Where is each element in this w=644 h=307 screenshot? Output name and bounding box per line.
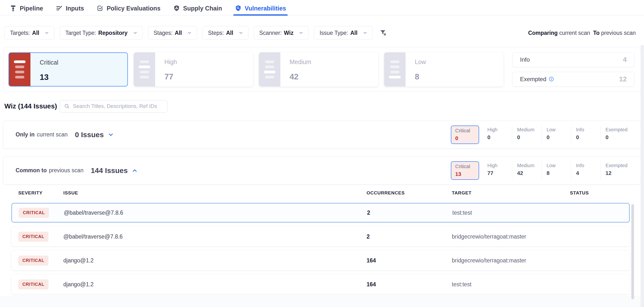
page-scrollbar-track[interactable] xyxy=(640,45,644,307)
tab-inputs[interactable]: Inputs xyxy=(56,2,84,15)
count-medium[interactable]: Medium 42 xyxy=(512,161,542,180)
severity-card-critical[interactable]: Critical 13 xyxy=(8,52,128,86)
filter-targets[interactable]: Targets: All xyxy=(4,26,54,40)
filter-stages[interactable]: Stages: All xyxy=(148,26,197,40)
table-row[interactable]: CRITICAL @babel/traverse@7.8.6 2 test:te… xyxy=(12,203,630,222)
column-header-status: STATUS xyxy=(570,190,644,196)
severity-card-info[interactable]: Info 4 xyxy=(512,52,634,67)
severity-card-count: 77 xyxy=(164,72,177,82)
search-box xyxy=(60,100,168,112)
count-high[interactable]: High 77 xyxy=(482,161,512,180)
issue-name: django@1.2 xyxy=(63,257,366,264)
tab-label: Supply Chain xyxy=(183,5,222,12)
column-header-target: TARGET xyxy=(452,190,570,196)
side-card-count: 4 xyxy=(623,56,627,64)
section-label-bold: Common to xyxy=(16,167,47,174)
severity-bars-icon xyxy=(134,52,155,86)
tab-pipeline[interactable]: Pipeline xyxy=(10,2,43,15)
severity-card-label: Medium xyxy=(290,58,311,66)
clear-filters-button[interactable] xyxy=(378,28,388,38)
side-card-label: Info xyxy=(520,56,530,63)
severity-badge: CRITICAL xyxy=(19,208,49,218)
tab-label: Inputs xyxy=(66,5,84,12)
filter-bar: Targets: All Target Type: Repository Sta… xyxy=(4,26,640,40)
count-high[interactable]: High 0 xyxy=(482,126,512,144)
comparing-label: Comparing xyxy=(528,30,558,36)
scanner-title: Wiz (144 Issues) xyxy=(4,102,57,110)
severity-card-medium[interactable]: Medium 42 xyxy=(259,52,378,86)
section-label-rest: previous scan xyxy=(49,167,84,174)
chevron-up-icon[interactable] xyxy=(132,168,138,174)
filter-label: Scanner: xyxy=(260,30,282,36)
tab-bar: Pipeline Inputs Policy Evaluations Suppl… xyxy=(0,2,644,15)
count-exempted[interactable]: Exempted 12 xyxy=(600,161,630,180)
severity-bars-icon xyxy=(384,52,406,86)
count-info[interactable]: Info 0 xyxy=(571,126,600,144)
severity-card-exempted[interactable]: Exempted 12 xyxy=(512,72,634,87)
filter-target-type[interactable]: Target Type: Repository xyxy=(60,26,142,40)
scanner-header-row: Wiz (144 Issues) xyxy=(4,99,640,114)
severity-card-count: 13 xyxy=(40,72,58,82)
severity-badge: CRITICAL xyxy=(18,256,48,266)
compare-banner: Comparing current scan To previous scan xyxy=(528,30,636,36)
filter-value: All xyxy=(32,30,39,36)
tab-vulnerabilities[interactable]: Vulnerabilities xyxy=(235,2,286,15)
count-info[interactable]: Info 4 xyxy=(571,161,600,180)
search-input[interactable] xyxy=(73,103,164,110)
section-issue-count: 0 Issues xyxy=(75,130,104,139)
filter-scanner[interactable]: Scanner: Wiz xyxy=(254,26,308,40)
tab-label: Pipeline xyxy=(20,5,43,12)
section-toggle[interactable]: Only in current scan 0 Issues xyxy=(16,130,114,139)
severity-card-label: Critical xyxy=(40,59,58,66)
side-cards-column: Info 4 Exempted 12 xyxy=(512,52,634,86)
tab-supply-chain[interactable]: Supply Chain xyxy=(173,2,222,15)
filter-steps[interactable]: Steps: All xyxy=(202,26,248,40)
table-row[interactable]: CRITICAL @babel/traverse@7.8.6 2 bridgec… xyxy=(12,227,630,246)
filter-value: All xyxy=(226,30,233,36)
side-card-label: Exempted xyxy=(520,76,546,82)
column-header-issue: ISSUE xyxy=(63,190,366,196)
inputs-icon xyxy=(56,5,62,12)
target-name: test:test xyxy=(452,210,570,216)
table-row[interactable]: CRITICAL django@1.2 164 test:test xyxy=(12,274,630,294)
filter-value: Repository xyxy=(98,30,128,36)
count-exempted[interactable]: Exempted 0 xyxy=(600,126,630,144)
to-label: To xyxy=(593,30,600,36)
count-low[interactable]: Low 0 xyxy=(542,126,571,144)
target-name: test:test xyxy=(452,281,570,288)
chevron-down-icon xyxy=(238,30,243,35)
section-common-to-previous-scan: Common to previous scan 144 Issues Criti… xyxy=(3,156,641,184)
tab-policy-evaluations[interactable]: Policy Evaluations xyxy=(97,2,160,15)
chevron-down-icon xyxy=(187,30,192,35)
chevron-down-icon[interactable] xyxy=(108,132,114,138)
search-icon xyxy=(64,103,70,109)
section-toggle[interactable]: Common to previous scan 144 Issues xyxy=(16,166,138,175)
severity-summary-panel: Critical 13 High 77 Medium 42 xyxy=(3,47,641,92)
page-bottom-area xyxy=(0,296,644,307)
chevron-down-icon xyxy=(298,30,304,35)
severity-card-high[interactable]: High 77 xyxy=(134,52,253,86)
count-critical[interactable]: Critical 0 xyxy=(451,126,479,144)
severity-card-label: High xyxy=(164,58,177,66)
filter-label: Target Type: xyxy=(65,30,96,36)
section-severity-counts: Critical 13 High 77 Medium 42 Low 8 Info… xyxy=(451,161,630,180)
table-scrollbar[interactable] xyxy=(631,204,634,299)
info-icon[interactable] xyxy=(549,76,554,82)
count-low[interactable]: Low 8 xyxy=(542,161,571,180)
severity-card-count: 42 xyxy=(290,72,311,82)
chevron-down-icon xyxy=(133,30,138,35)
severity-bars-icon xyxy=(259,52,280,86)
policy-check-icon xyxy=(97,5,104,12)
count-critical[interactable]: Critical 13 xyxy=(451,161,479,180)
severity-card-low[interactable]: Low 8 xyxy=(384,52,504,86)
section-severity-counts: Critical 0 High 0 Medium 0 Low 0 Info 0 … xyxy=(451,126,630,144)
filter-issue-type[interactable]: Issue Type: All xyxy=(314,26,373,40)
vulnerabilities-page: Pipeline Inputs Policy Evaluations Suppl… xyxy=(0,0,644,307)
pipeline-icon xyxy=(10,5,16,12)
filter-label: Stages: xyxy=(154,30,173,36)
count-medium[interactable]: Medium 0 xyxy=(512,126,542,144)
table-row[interactable]: CRITICAL django@1.2 164 bridgecrewio/ter… xyxy=(12,251,630,270)
supply-chain-shield-icon xyxy=(173,5,180,12)
filter-value: All xyxy=(175,30,182,36)
filter-label: Targets: xyxy=(10,30,30,36)
